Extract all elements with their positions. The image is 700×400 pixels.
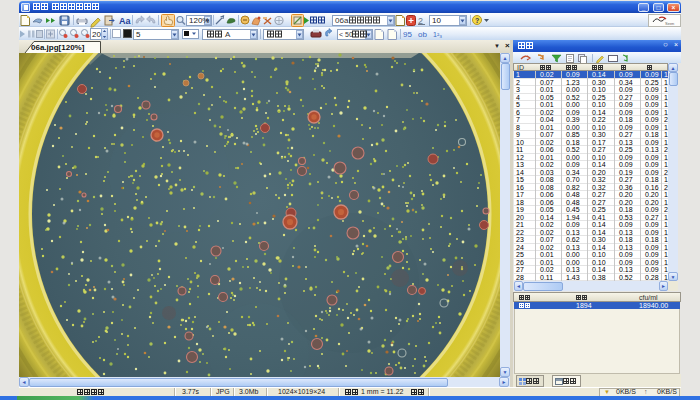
svg-text:Aa: Aa [119,16,131,26]
svg-text:20: 20 [92,30,101,39]
svg-text:95: 95 [403,30,412,39]
svg-text:06a: 06a [335,16,349,25]
svg-text:5: 5 [136,30,141,39]
svg-text:10: 10 [432,16,441,25]
svg-text:A: A [225,30,231,39]
svg-text:ob: ob [418,30,427,39]
svg-text:?: ? [475,17,479,24]
svg-text:1²₃: 1²₃ [433,31,442,38]
svg-text:120%: 120% [189,16,209,25]
svg-text:Seen: Seen [665,21,674,26]
svg-text:< 50: < 50 [339,31,353,38]
